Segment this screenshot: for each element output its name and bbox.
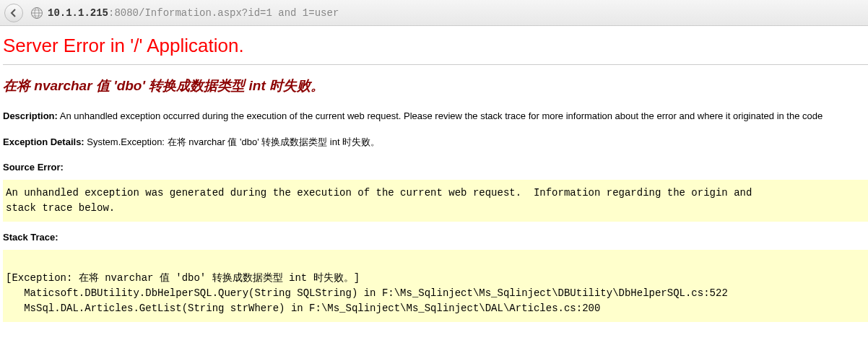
stack-trace-block: [Exception: 在将 nvarchar 值 'dbo' 转换成数据类型 … — [3, 250, 868, 322]
err-type1: nvarchar — [34, 78, 92, 93]
exception-text: System.Exception: 在将 nvarchar 值 'dbo' 转换… — [84, 136, 381, 147]
divider — [3, 64, 868, 65]
url-port: :8080 — [108, 7, 139, 19]
err-value: 'dbo' — [113, 78, 145, 93]
error-message: 在将 nvarchar 值 'dbo' 转换成数据类型 int 时失败。 — [3, 77, 868, 95]
browser-toolbar: 10.1.1.215:8080/Information.aspx?id=1 an… — [0, 0, 868, 26]
back-arrow-icon — [9, 9, 18, 17]
error-page-content: Server Error in '/' Application. 在将 nvar… — [0, 26, 868, 322]
url-path: /Information.aspx?id=1 and 1=user — [139, 7, 339, 19]
source-error-block: An unhandled exception was generated dur… — [3, 180, 868, 222]
exception-details-section: Exception Details: System.Exception: 在将 … — [3, 136, 868, 149]
source-error-label: Source Error: — [3, 162, 868, 173]
exception-label: Exception Details: — [3, 136, 84, 147]
err-type2: int — [249, 78, 266, 93]
url-host: 10.1.1.215 — [48, 7, 108, 19]
page-title: Server Error in '/' Application. — [3, 35, 868, 57]
err-mid2: 转换成数据类型 — [145, 78, 249, 93]
back-button[interactable] — [4, 4, 23, 22]
url-bar[interactable]: 10.1.1.215:8080/Information.aspx?id=1 an… — [48, 7, 339, 19]
description-label: Description: — [3, 110, 58, 121]
globe-icon — [30, 6, 43, 19]
description-section: Description: An unhandled exception occu… — [3, 110, 868, 123]
err-prefix: 在将 — [3, 78, 34, 93]
err-suffix: 时失败。 — [266, 78, 324, 93]
description-text: An unhandled exception occurred during t… — [58, 110, 823, 121]
err-mid1: 值 — [92, 78, 114, 93]
stack-trace-label: Stack Trace: — [3, 232, 868, 243]
